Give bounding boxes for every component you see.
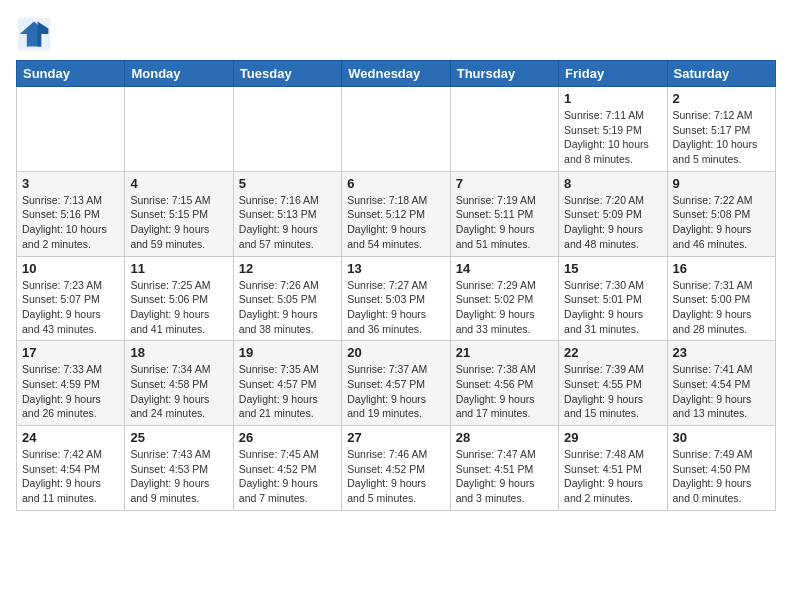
day-info: Sunrise: 7:22 AM Sunset: 5:08 PM Dayligh… <box>673 193 770 252</box>
day-info: Sunrise: 7:48 AM Sunset: 4:51 PM Dayligh… <box>564 447 661 506</box>
calendar-day-cell: 21Sunrise: 7:38 AM Sunset: 4:56 PM Dayli… <box>450 341 558 426</box>
day-number: 29 <box>564 430 661 445</box>
calendar-week-row: 10Sunrise: 7:23 AM Sunset: 5:07 PM Dayli… <box>17 256 776 341</box>
calendar-day-cell: 18Sunrise: 7:34 AM Sunset: 4:58 PM Dayli… <box>125 341 233 426</box>
day-number: 26 <box>239 430 336 445</box>
day-info: Sunrise: 7:11 AM Sunset: 5:19 PM Dayligh… <box>564 108 661 167</box>
calendar-day-cell: 27Sunrise: 7:46 AM Sunset: 4:52 PM Dayli… <box>342 426 450 511</box>
day-number: 12 <box>239 261 336 276</box>
day-info: Sunrise: 7:19 AM Sunset: 5:11 PM Dayligh… <box>456 193 553 252</box>
day-info: Sunrise: 7:42 AM Sunset: 4:54 PM Dayligh… <box>22 447 119 506</box>
day-info: Sunrise: 7:13 AM Sunset: 5:16 PM Dayligh… <box>22 193 119 252</box>
day-number: 3 <box>22 176 119 191</box>
day-number: 2 <box>673 91 770 106</box>
calendar-day-cell: 16Sunrise: 7:31 AM Sunset: 5:00 PM Dayli… <box>667 256 775 341</box>
calendar-table: SundayMondayTuesdayWednesdayThursdayFrid… <box>16 60 776 511</box>
day-number: 9 <box>673 176 770 191</box>
day-number: 16 <box>673 261 770 276</box>
calendar-day-cell: 24Sunrise: 7:42 AM Sunset: 4:54 PM Dayli… <box>17 426 125 511</box>
day-info: Sunrise: 7:29 AM Sunset: 5:02 PM Dayligh… <box>456 278 553 337</box>
weekday-header: Saturday <box>667 61 775 87</box>
calendar-day-cell <box>17 87 125 172</box>
weekday-header: Wednesday <box>342 61 450 87</box>
day-number: 18 <box>130 345 227 360</box>
logo-icon <box>16 16 52 52</box>
day-info: Sunrise: 7:23 AM Sunset: 5:07 PM Dayligh… <box>22 278 119 337</box>
calendar-day-cell: 7Sunrise: 7:19 AM Sunset: 5:11 PM Daylig… <box>450 171 558 256</box>
calendar-day-cell: 3Sunrise: 7:13 AM Sunset: 5:16 PM Daylig… <box>17 171 125 256</box>
day-number: 7 <box>456 176 553 191</box>
calendar-day-cell <box>233 87 341 172</box>
day-info: Sunrise: 7:34 AM Sunset: 4:58 PM Dayligh… <box>130 362 227 421</box>
calendar-day-cell <box>450 87 558 172</box>
day-number: 22 <box>564 345 661 360</box>
day-info: Sunrise: 7:25 AM Sunset: 5:06 PM Dayligh… <box>130 278 227 337</box>
weekday-header: Friday <box>559 61 667 87</box>
day-info: Sunrise: 7:35 AM Sunset: 4:57 PM Dayligh… <box>239 362 336 421</box>
calendar-week-row: 17Sunrise: 7:33 AM Sunset: 4:59 PM Dayli… <box>17 341 776 426</box>
calendar-week-row: 3Sunrise: 7:13 AM Sunset: 5:16 PM Daylig… <box>17 171 776 256</box>
day-info: Sunrise: 7:49 AM Sunset: 4:50 PM Dayligh… <box>673 447 770 506</box>
day-info: Sunrise: 7:33 AM Sunset: 4:59 PM Dayligh… <box>22 362 119 421</box>
calendar-day-cell <box>125 87 233 172</box>
day-number: 23 <box>673 345 770 360</box>
calendar-day-cell: 13Sunrise: 7:27 AM Sunset: 5:03 PM Dayli… <box>342 256 450 341</box>
calendar-day-cell: 28Sunrise: 7:47 AM Sunset: 4:51 PM Dayli… <box>450 426 558 511</box>
calendar-day-cell: 22Sunrise: 7:39 AM Sunset: 4:55 PM Dayli… <box>559 341 667 426</box>
calendar-day-cell: 15Sunrise: 7:30 AM Sunset: 5:01 PM Dayli… <box>559 256 667 341</box>
day-number: 17 <box>22 345 119 360</box>
day-info: Sunrise: 7:27 AM Sunset: 5:03 PM Dayligh… <box>347 278 444 337</box>
weekday-header: Monday <box>125 61 233 87</box>
day-info: Sunrise: 7:18 AM Sunset: 5:12 PM Dayligh… <box>347 193 444 252</box>
calendar-day-cell: 11Sunrise: 7:25 AM Sunset: 5:06 PM Dayli… <box>125 256 233 341</box>
day-number: 5 <box>239 176 336 191</box>
day-number: 28 <box>456 430 553 445</box>
calendar-header-row: SundayMondayTuesdayWednesdayThursdayFrid… <box>17 61 776 87</box>
day-number: 13 <box>347 261 444 276</box>
weekday-header: Sunday <box>17 61 125 87</box>
calendar-day-cell: 23Sunrise: 7:41 AM Sunset: 4:54 PM Dayli… <box>667 341 775 426</box>
day-info: Sunrise: 7:26 AM Sunset: 5:05 PM Dayligh… <box>239 278 336 337</box>
day-info: Sunrise: 7:46 AM Sunset: 4:52 PM Dayligh… <box>347 447 444 506</box>
calendar-day-cell: 30Sunrise: 7:49 AM Sunset: 4:50 PM Dayli… <box>667 426 775 511</box>
calendar-week-row: 1Sunrise: 7:11 AM Sunset: 5:19 PM Daylig… <box>17 87 776 172</box>
page-header <box>16 16 776 52</box>
calendar-day-cell: 5Sunrise: 7:16 AM Sunset: 5:13 PM Daylig… <box>233 171 341 256</box>
day-info: Sunrise: 7:15 AM Sunset: 5:15 PM Dayligh… <box>130 193 227 252</box>
day-info: Sunrise: 7:16 AM Sunset: 5:13 PM Dayligh… <box>239 193 336 252</box>
day-info: Sunrise: 7:30 AM Sunset: 5:01 PM Dayligh… <box>564 278 661 337</box>
day-number: 20 <box>347 345 444 360</box>
calendar-day-cell: 19Sunrise: 7:35 AM Sunset: 4:57 PM Dayli… <box>233 341 341 426</box>
calendar-day-cell: 4Sunrise: 7:15 AM Sunset: 5:15 PM Daylig… <box>125 171 233 256</box>
logo <box>16 16 56 52</box>
day-info: Sunrise: 7:47 AM Sunset: 4:51 PM Dayligh… <box>456 447 553 506</box>
calendar-day-cell: 2Sunrise: 7:12 AM Sunset: 5:17 PM Daylig… <box>667 87 775 172</box>
calendar-week-row: 24Sunrise: 7:42 AM Sunset: 4:54 PM Dayli… <box>17 426 776 511</box>
day-number: 8 <box>564 176 661 191</box>
day-info: Sunrise: 7:20 AM Sunset: 5:09 PM Dayligh… <box>564 193 661 252</box>
day-number: 21 <box>456 345 553 360</box>
calendar-day-cell: 12Sunrise: 7:26 AM Sunset: 5:05 PM Dayli… <box>233 256 341 341</box>
calendar-day-cell: 6Sunrise: 7:18 AM Sunset: 5:12 PM Daylig… <box>342 171 450 256</box>
calendar-day-cell: 20Sunrise: 7:37 AM Sunset: 4:57 PM Dayli… <box>342 341 450 426</box>
day-number: 19 <box>239 345 336 360</box>
day-number: 30 <box>673 430 770 445</box>
calendar-day-cell: 25Sunrise: 7:43 AM Sunset: 4:53 PM Dayli… <box>125 426 233 511</box>
day-number: 11 <box>130 261 227 276</box>
day-number: 27 <box>347 430 444 445</box>
calendar-day-cell: 1Sunrise: 7:11 AM Sunset: 5:19 PM Daylig… <box>559 87 667 172</box>
calendar-day-cell: 10Sunrise: 7:23 AM Sunset: 5:07 PM Dayli… <box>17 256 125 341</box>
calendar-day-cell: 26Sunrise: 7:45 AM Sunset: 4:52 PM Dayli… <box>233 426 341 511</box>
day-info: Sunrise: 7:37 AM Sunset: 4:57 PM Dayligh… <box>347 362 444 421</box>
day-info: Sunrise: 7:45 AM Sunset: 4:52 PM Dayligh… <box>239 447 336 506</box>
day-info: Sunrise: 7:39 AM Sunset: 4:55 PM Dayligh… <box>564 362 661 421</box>
day-info: Sunrise: 7:31 AM Sunset: 5:00 PM Dayligh… <box>673 278 770 337</box>
weekday-header: Tuesday <box>233 61 341 87</box>
calendar-day-cell: 17Sunrise: 7:33 AM Sunset: 4:59 PM Dayli… <box>17 341 125 426</box>
day-number: 24 <box>22 430 119 445</box>
day-number: 6 <box>347 176 444 191</box>
day-info: Sunrise: 7:38 AM Sunset: 4:56 PM Dayligh… <box>456 362 553 421</box>
calendar-day-cell: 14Sunrise: 7:29 AM Sunset: 5:02 PM Dayli… <box>450 256 558 341</box>
day-number: 10 <box>22 261 119 276</box>
weekday-header: Thursday <box>450 61 558 87</box>
